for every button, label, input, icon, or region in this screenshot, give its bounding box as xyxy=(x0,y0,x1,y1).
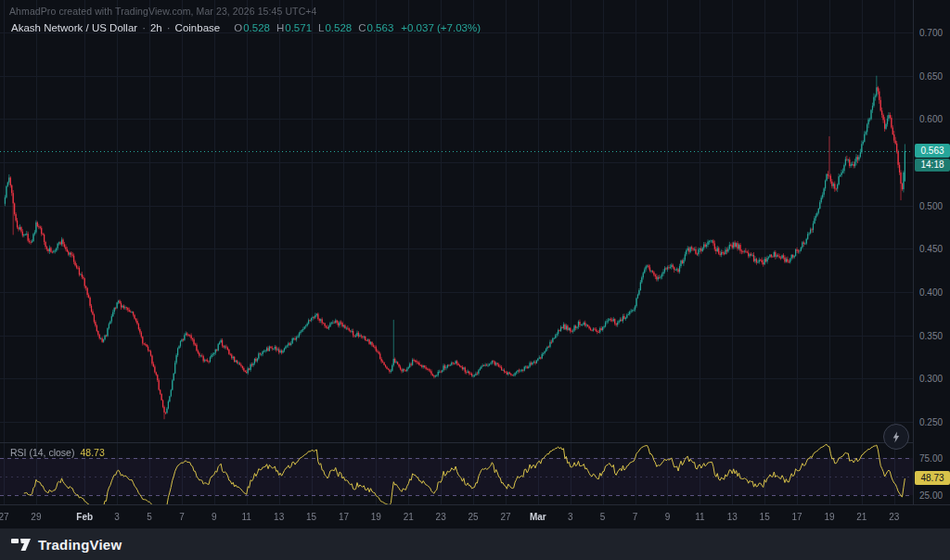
time-tick-label: 25 xyxy=(468,512,478,522)
price-tick-label: 0.600 xyxy=(914,114,950,124)
ohlc-key: L xyxy=(318,22,324,33)
tradingview-brand[interactable]: TradingView xyxy=(11,537,122,553)
time-tick-label: 11 xyxy=(695,512,704,522)
rsi-value: 48.73 xyxy=(80,447,104,458)
time-tick-label: 29 xyxy=(31,512,41,522)
price-scale[interactable]: 0.563 14:18 48.73 0.7000.6500.6000.5500.… xyxy=(913,0,950,504)
rsi-value-badge: 48.73 xyxy=(915,471,950,485)
time-tick-label: 13 xyxy=(274,512,284,522)
tradingview-logo-icon xyxy=(11,537,32,552)
symbol-title[interactable]: Akash Network / US Dollar xyxy=(11,22,137,33)
ohlc-values: O0.528H0.571L0.528C0.563 xyxy=(227,22,393,33)
ohlc-value: 0.528 xyxy=(325,22,352,33)
footer-bar: TradingView xyxy=(0,528,950,560)
time-tick-label: 3 xyxy=(568,512,573,522)
pane-separator[interactable] xyxy=(0,442,950,443)
time-tick-label: Mar xyxy=(530,512,546,522)
time-tick-label: 19 xyxy=(371,512,381,522)
tradingview-wordmark: TradingView xyxy=(38,537,122,553)
time-tick-label: 17 xyxy=(339,512,349,522)
interval-label[interactable]: 2h xyxy=(150,22,162,33)
price-tick-label: 0.700 xyxy=(914,28,950,38)
price-tick-label: 0.500 xyxy=(914,200,950,210)
countdown-badge: 14:18 xyxy=(915,159,950,172)
ohlc-value: 0.528 xyxy=(243,22,270,33)
time-tick-label: 13 xyxy=(727,512,738,522)
time-scale[interactable]: 2729Feb3579111315171921232527Mar35791113… xyxy=(0,504,950,528)
time-tick-label: 15 xyxy=(306,512,316,522)
price-tick-label: 0.300 xyxy=(914,374,950,384)
price-change: +0.037 (+7.03%) xyxy=(401,22,481,33)
ohlc-key: O xyxy=(234,22,242,33)
ohlc-value: 0.563 xyxy=(367,22,394,33)
time-tick-label: 5 xyxy=(147,512,152,522)
time-tick-label: 27 xyxy=(500,512,510,522)
time-tick-label: 23 xyxy=(436,512,446,522)
rsi-tick-label: 25.00 xyxy=(914,490,950,501)
price-tick-label: 0.450 xyxy=(914,244,950,254)
time-tick-label: 15 xyxy=(760,512,770,522)
time-tick-label: 21 xyxy=(856,512,867,522)
time-tick-label: 7 xyxy=(179,512,185,522)
symbol-legend[interactable]: Akash Network / US Dollar · 2h · Coinbas… xyxy=(11,22,481,33)
exchange-label: Coinbase xyxy=(175,22,221,33)
time-tick-label: 5 xyxy=(600,512,606,522)
legend-separator: · xyxy=(142,22,146,33)
tradingview-chart: AhmadPro created with TradingView.com, M… xyxy=(0,0,950,560)
price-tick-label: 0.400 xyxy=(914,287,950,298)
time-tick-label: 9 xyxy=(665,512,671,522)
ohlc-key: H xyxy=(276,22,284,33)
price-tick-label: 0.250 xyxy=(914,417,950,427)
price-chart-canvas[interactable] xyxy=(0,0,913,504)
time-tick-label: 23 xyxy=(889,512,899,522)
price-tick-label: 0.650 xyxy=(914,70,950,81)
time-tick-label: 3 xyxy=(114,512,120,522)
rsi-title: RSI (14, close) xyxy=(10,447,74,458)
time-tick-label: 27 xyxy=(0,512,9,522)
rsi-legend[interactable]: RSI (14, close)48.73 xyxy=(10,447,105,458)
legend-separator: · xyxy=(167,22,171,33)
ohlc-value: 0.571 xyxy=(285,22,312,33)
last-price-badge: 0.563 xyxy=(915,144,950,158)
time-tick-label: 19 xyxy=(824,512,834,522)
time-tick-label: 7 xyxy=(633,512,638,522)
lightning-button[interactable] xyxy=(883,424,909,450)
time-tick-label: 21 xyxy=(404,512,414,522)
price-tick-label: 0.350 xyxy=(914,330,950,340)
time-tick-label: 11 xyxy=(242,512,251,522)
watermark-text: AhmadPro created with TradingView.com, M… xyxy=(9,6,317,17)
time-tick-label: Feb xyxy=(76,512,93,522)
rsi-tick-label: 75.00 xyxy=(914,453,950,464)
time-tick-label: 9 xyxy=(212,512,217,522)
lightning-icon xyxy=(891,431,903,443)
ohlc-key: C xyxy=(358,22,366,33)
time-tick-label: 17 xyxy=(791,512,802,522)
